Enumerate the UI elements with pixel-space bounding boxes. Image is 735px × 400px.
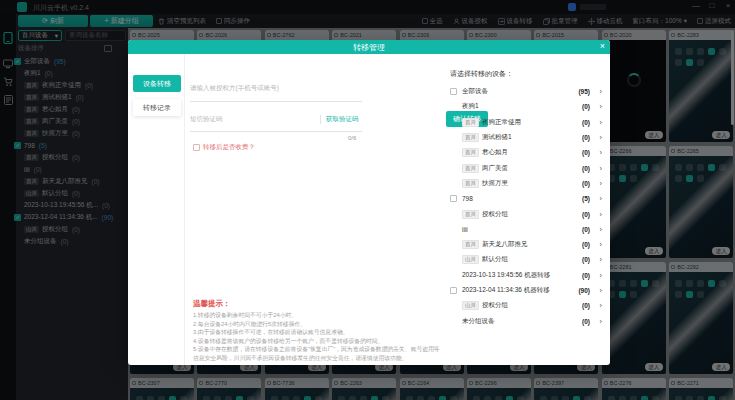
- owner-tag: 山川: [462, 301, 479, 310]
- transfer-device-row[interactable]: 2023-10-13 19:45:56 机器转移(0)›: [450, 268, 602, 283]
- transfer-device-row[interactable]: 夜狗1(0)›: [450, 99, 602, 114]
- app-window: 川川云手机 v0.2.4 — □ × ⟳ 刷新 + 新建分组 首川设备 ▾ 查询…: [0, 0, 735, 400]
- tip-line: 3.由于设备转移操作不可逆，在转移前请确认账号信息准确。: [193, 328, 445, 337]
- chevron-right-icon[interactable]: ›: [590, 179, 602, 188]
- authorizee-input[interactable]: 请输入被授权方(手机号或账号): [190, 84, 279, 93]
- authorizee-underline: [190, 101, 362, 102]
- device-group-label: 夜狗1: [462, 102, 479, 111]
- device-group-count: (5): [582, 195, 590, 202]
- device-group-label: 默认分组: [482, 255, 508, 264]
- device-group-count: (0): [582, 272, 590, 279]
- device-group-count: (90): [578, 287, 590, 294]
- owner-tag: 首川: [462, 210, 479, 219]
- transfer-device-row[interactable]: 首川新天龙八部推兄(0)›: [450, 237, 602, 252]
- device-group-label: 两广美蛋: [482, 164, 508, 173]
- device-group-label: 夜狗正常使用: [482, 118, 521, 127]
- device-group-count: (0): [582, 256, 590, 263]
- modal-title: 转移管理: [353, 42, 385, 53]
- device-group-count: (0): [582, 302, 590, 309]
- chevron-right-icon[interactable]: ›: [590, 286, 602, 295]
- checkbox-icon[interactable]: [450, 88, 457, 95]
- fee-checkbox-row[interactable]: 转移后是否收费？: [193, 143, 255, 152]
- owner-tag: 首川: [462, 148, 479, 157]
- modal-header: 转移管理 ×: [128, 40, 610, 54]
- chevron-right-icon[interactable]: ›: [590, 255, 602, 264]
- chevron-right-icon[interactable]: ›: [590, 133, 602, 142]
- device-group-label: iiii: [462, 226, 468, 233]
- tip-line: 1.转移的设备剩余时间不可小于24小时。: [193, 311, 445, 320]
- device-group-label: 未分组设备: [462, 317, 495, 326]
- device-group-label: 798: [462, 195, 473, 202]
- device-group-count: (0): [582, 119, 590, 126]
- chevron-right-icon[interactable]: ›: [590, 271, 602, 280]
- checkbox-icon: [193, 144, 200, 151]
- transfer-device-row[interactable]: 全部设备(95)›: [450, 84, 602, 99]
- device-group-label: 2023-12-04 11:34:36 机器转移: [462, 286, 550, 295]
- device-group-label: 全部设备: [462, 87, 488, 96]
- code-counter: 0/6: [348, 135, 356, 141]
- chevron-right-icon[interactable]: ›: [590, 102, 602, 111]
- transfer-device-row[interactable]: 未分组设备(0)›: [450, 313, 602, 328]
- transfer-device-row[interactable]: 首川君心如月(0)›: [450, 145, 602, 160]
- device-group-count: (0): [582, 211, 590, 218]
- chevron-right-icon[interactable]: ›: [590, 210, 602, 219]
- sms-code-input[interactable]: 短信验证码: [190, 115, 223, 124]
- transfer-device-row[interactable]: 2023-12-04 11:34:36 机器转移(90)›: [450, 283, 602, 298]
- checkbox-icon[interactable]: [450, 287, 457, 294]
- tips-title: 温馨提示：: [193, 299, 231, 309]
- device-group-count: (95): [578, 88, 590, 95]
- modal-tabs: 设备转移转移记录: [128, 54, 185, 365]
- device-group-count: (0): [582, 180, 590, 187]
- device-group-count: (0): [582, 165, 590, 172]
- device-group-count: (0): [582, 226, 590, 233]
- transfer-modal: 转移管理 × 设备转移转移记录 请输入被授权方(手机号或账号) 短信验证码 获取…: [128, 40, 610, 365]
- device-group-label: 2023-10-13 19:45:56 机器转移: [462, 271, 550, 280]
- chevron-right-icon[interactable]: ›: [590, 301, 602, 310]
- modal-close-button[interactable]: ×: [600, 41, 605, 51]
- transfer-device-row[interactable]: 首川测试粉猪1(0)›: [450, 130, 602, 145]
- transfer-device-row[interactable]: 798(5)›: [450, 191, 602, 206]
- device-group-label: 授权分组: [482, 301, 508, 310]
- transfer-device-row[interactable]: 山川默认分组(0)›: [450, 252, 602, 267]
- chevron-right-icon[interactable]: ›: [590, 240, 602, 249]
- checkbox-icon[interactable]: [450, 195, 457, 202]
- chevron-right-icon[interactable]: ›: [590, 225, 602, 234]
- owner-tag: 首川: [462, 118, 479, 127]
- get-code-link[interactable]: 获取验证码: [320, 115, 359, 124]
- device-group-count: (0): [582, 241, 590, 248]
- device-group-label: 君心如月: [482, 148, 508, 157]
- chevron-right-icon[interactable]: ›: [590, 87, 602, 96]
- tip-line: 2.每台设备24小时内只能进行5次转移操作。: [193, 320, 445, 329]
- tip-line: 5.设备中存在数据，请在转移设备之前将设备"恢复出厂"，因为造成设备数据的丢失、…: [193, 345, 445, 362]
- owner-tag: 首川: [462, 240, 479, 249]
- owner-tag: 首川: [462, 179, 479, 188]
- chevron-right-icon[interactable]: ›: [590, 164, 602, 173]
- device-group-label: 授权分组: [482, 210, 508, 219]
- chevron-right-icon[interactable]: ›: [590, 317, 602, 326]
- transfer-device-row[interactable]: iiii(0)›: [450, 222, 602, 237]
- transfer-device-row[interactable]: 首川夜狗正常使用(0)›: [450, 115, 602, 130]
- tab-transfer-records[interactable]: 转移记录: [133, 99, 181, 116]
- owner-tag: 首川: [462, 164, 479, 173]
- device-group-label: 新天龙八部推兄: [482, 240, 528, 249]
- transfer-device-row[interactable]: 首川扶摇万里(0)›: [450, 176, 602, 191]
- device-group-label: 测试粉猪1: [482, 133, 512, 142]
- transfer-device-row[interactable]: 山川授权分组(0)›: [450, 298, 602, 313]
- device-panel-title: 请选择转移的设备：: [450, 69, 513, 79]
- tips-list: 1.转移的设备剩余时间不可小于24小时。2.每台设备24小时内只能进行5次转移操…: [193, 311, 445, 363]
- transfer-form: 请输入被授权方(手机号或账号) 短信验证码 获取验证码 0/6 转移后是否收费？…: [190, 54, 440, 365]
- owner-tag: 山川: [462, 255, 479, 264]
- device-group-count: (0): [582, 149, 590, 156]
- chevron-right-icon[interactable]: ›: [590, 194, 602, 203]
- transfer-device-row[interactable]: 首川两广美蛋(0)›: [450, 160, 602, 175]
- chevron-right-icon[interactable]: ›: [590, 118, 602, 127]
- device-group-label: 扶摇万里: [482, 179, 508, 188]
- device-select-panel: 请选择转移的设备： 全部设备(95)›夜狗1(0)›首川夜狗正常使用(0)›首川…: [448, 54, 604, 365]
- tab-device-transfer[interactable]: 设备转移: [133, 75, 181, 92]
- tip-line: 4.设备转移是将该账户的设备转移给另一个账户，而不是转移设备的时间。: [193, 337, 445, 346]
- chevron-right-icon[interactable]: ›: [590, 148, 602, 157]
- owner-tag: 首川: [462, 133, 479, 142]
- transfer-device-list: 全部设备(95)›夜狗1(0)›首川夜狗正常使用(0)›首川测试粉猪1(0)›首…: [450, 84, 602, 329]
- transfer-device-row[interactable]: 首川授权分组(0)›: [450, 206, 602, 221]
- device-group-count: (0): [582, 103, 590, 110]
